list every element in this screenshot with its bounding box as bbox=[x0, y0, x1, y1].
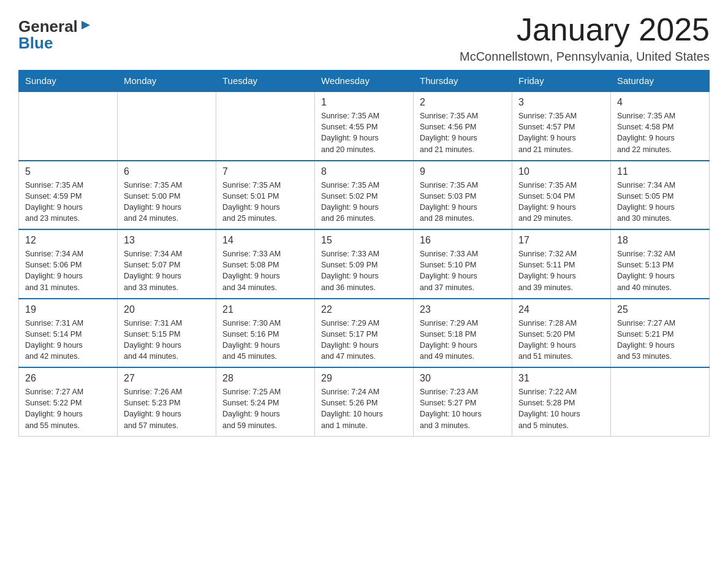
day-number: 12 bbox=[25, 235, 111, 246]
calendar-day-cell: 8Sunrise: 7:35 AM Sunset: 5:02 PM Daylig… bbox=[315, 161, 414, 230]
day-number: 7 bbox=[222, 166, 308, 177]
day-info: Sunrise: 7:35 AM Sunset: 4:58 PM Dayligh… bbox=[617, 110, 703, 155]
calendar-day-cell: 11Sunrise: 7:34 AM Sunset: 5:05 PM Dayli… bbox=[611, 161, 710, 230]
weekday-header-wednesday: Wednesday bbox=[315, 71, 414, 92]
day-info: Sunrise: 7:35 AM Sunset: 4:57 PM Dayligh… bbox=[518, 110, 604, 155]
calendar-empty-cell bbox=[118, 91, 216, 161]
day-number: 22 bbox=[321, 304, 407, 315]
calendar-day-cell: 23Sunrise: 7:29 AM Sunset: 5:18 PM Dayli… bbox=[414, 299, 512, 368]
day-number: 1 bbox=[321, 97, 407, 108]
day-info: Sunrise: 7:31 AM Sunset: 5:14 PM Dayligh… bbox=[25, 318, 111, 362]
day-number: 9 bbox=[420, 166, 506, 177]
logo: General Blue bbox=[18, 12, 93, 52]
calendar-table: SundayMondayTuesdayWednesdayThursdayFrid… bbox=[18, 70, 710, 437]
location-title: McConnellstown, Pennsylvania, United Sta… bbox=[460, 50, 710, 64]
day-info: Sunrise: 7:32 AM Sunset: 5:13 PM Dayligh… bbox=[617, 248, 703, 293]
calendar-day-cell: 10Sunrise: 7:35 AM Sunset: 5:04 PM Dayli… bbox=[512, 161, 611, 230]
calendar-day-cell: 26Sunrise: 7:27 AM Sunset: 5:22 PM Dayli… bbox=[19, 367, 118, 436]
day-info: Sunrise: 7:35 AM Sunset: 5:00 PM Dayligh… bbox=[124, 180, 210, 224]
calendar-day-cell: 1Sunrise: 7:35 AM Sunset: 4:55 PM Daylig… bbox=[315, 91, 414, 161]
day-info: Sunrise: 7:26 AM Sunset: 5:23 PM Dayligh… bbox=[124, 386, 210, 431]
weekday-header-tuesday: Tuesday bbox=[216, 71, 315, 92]
logo-text-general: General bbox=[18, 18, 78, 34]
day-number: 20 bbox=[124, 304, 210, 315]
calendar-day-cell: 30Sunrise: 7:23 AM Sunset: 5:27 PM Dayli… bbox=[414, 367, 512, 436]
day-number: 5 bbox=[25, 166, 111, 177]
calendar-empty-cell bbox=[19, 91, 118, 161]
day-number: 31 bbox=[518, 373, 604, 384]
day-info: Sunrise: 7:23 AM Sunset: 5:27 PM Dayligh… bbox=[420, 386, 506, 431]
calendar-day-cell: 31Sunrise: 7:22 AM Sunset: 5:28 PM Dayli… bbox=[512, 367, 611, 436]
month-title: January 2025 bbox=[460, 12, 710, 47]
day-number: 18 bbox=[617, 235, 703, 246]
day-info: Sunrise: 7:34 AM Sunset: 5:07 PM Dayligh… bbox=[124, 248, 210, 293]
day-info: Sunrise: 7:33 AM Sunset: 5:08 PM Dayligh… bbox=[222, 248, 308, 293]
calendar-day-cell: 29Sunrise: 7:24 AM Sunset: 5:26 PM Dayli… bbox=[315, 367, 414, 436]
weekday-header-friday: Friday bbox=[512, 71, 611, 92]
calendar-day-cell: 4Sunrise: 7:35 AM Sunset: 4:58 PM Daylig… bbox=[611, 91, 710, 161]
svg-marker-0 bbox=[82, 21, 90, 29]
weekday-header-saturday: Saturday bbox=[611, 71, 710, 92]
day-info: Sunrise: 7:30 AM Sunset: 5:16 PM Dayligh… bbox=[222, 318, 308, 362]
day-info: Sunrise: 7:27 AM Sunset: 5:22 PM Dayligh… bbox=[25, 386, 111, 431]
day-number: 11 bbox=[617, 166, 703, 177]
day-number: 15 bbox=[321, 235, 407, 246]
calendar-day-cell: 22Sunrise: 7:29 AM Sunset: 5:17 PM Dayli… bbox=[315, 299, 414, 368]
day-info: Sunrise: 7:33 AM Sunset: 5:09 PM Dayligh… bbox=[321, 248, 407, 293]
day-info: Sunrise: 7:35 AM Sunset: 5:04 PM Dayligh… bbox=[518, 180, 604, 224]
day-number: 4 bbox=[617, 97, 703, 108]
day-info: Sunrise: 7:34 AM Sunset: 5:05 PM Dayligh… bbox=[617, 180, 703, 224]
calendar-day-cell: 19Sunrise: 7:31 AM Sunset: 5:14 PM Dayli… bbox=[19, 299, 118, 368]
day-number: 21 bbox=[222, 304, 308, 315]
day-info: Sunrise: 7:29 AM Sunset: 5:18 PM Dayligh… bbox=[420, 318, 506, 362]
day-number: 27 bbox=[124, 373, 210, 384]
day-number: 19 bbox=[25, 304, 111, 315]
day-info: Sunrise: 7:25 AM Sunset: 5:24 PM Dayligh… bbox=[222, 386, 308, 431]
day-number: 17 bbox=[518, 235, 604, 246]
calendar-day-cell: 18Sunrise: 7:32 AM Sunset: 5:13 PM Dayli… bbox=[611, 229, 710, 299]
day-number: 25 bbox=[617, 304, 703, 315]
day-number: 28 bbox=[222, 373, 308, 384]
day-number: 16 bbox=[420, 235, 506, 246]
calendar-day-cell: 12Sunrise: 7:34 AM Sunset: 5:06 PM Dayli… bbox=[19, 229, 118, 299]
calendar-day-cell: 25Sunrise: 7:27 AM Sunset: 5:21 PM Dayli… bbox=[611, 299, 710, 368]
day-info: Sunrise: 7:27 AM Sunset: 5:21 PM Dayligh… bbox=[617, 318, 703, 362]
day-number: 6 bbox=[124, 166, 210, 177]
calendar-empty-cell bbox=[216, 91, 315, 161]
day-number: 8 bbox=[321, 166, 407, 177]
calendar-day-cell: 16Sunrise: 7:33 AM Sunset: 5:10 PM Dayli… bbox=[414, 229, 512, 299]
day-info: Sunrise: 7:35 AM Sunset: 4:59 PM Dayligh… bbox=[25, 180, 111, 224]
calendar-day-cell: 24Sunrise: 7:28 AM Sunset: 5:20 PM Dayli… bbox=[512, 299, 611, 368]
calendar-day-cell: 6Sunrise: 7:35 AM Sunset: 5:00 PM Daylig… bbox=[118, 161, 216, 230]
day-number: 23 bbox=[420, 304, 506, 315]
day-info: Sunrise: 7:35 AM Sunset: 4:56 PM Dayligh… bbox=[420, 110, 506, 155]
logo-text-blue: Blue bbox=[18, 34, 53, 52]
calendar-week-row: 12Sunrise: 7:34 AM Sunset: 5:06 PM Dayli… bbox=[19, 229, 710, 299]
day-info: Sunrise: 7:35 AM Sunset: 5:03 PM Dayligh… bbox=[420, 180, 506, 224]
weekday-header-monday: Monday bbox=[118, 71, 216, 92]
calendar-week-row: 5Sunrise: 7:35 AM Sunset: 4:59 PM Daylig… bbox=[19, 161, 710, 230]
calendar-day-cell: 13Sunrise: 7:34 AM Sunset: 5:07 PM Dayli… bbox=[118, 229, 216, 299]
calendar-week-row: 26Sunrise: 7:27 AM Sunset: 5:22 PM Dayli… bbox=[19, 367, 710, 436]
calendar-day-cell: 14Sunrise: 7:33 AM Sunset: 5:08 PM Dayli… bbox=[216, 229, 315, 299]
weekday-header-sunday: Sunday bbox=[19, 71, 118, 92]
calendar-day-cell: 21Sunrise: 7:30 AM Sunset: 5:16 PM Dayli… bbox=[216, 299, 315, 368]
day-info: Sunrise: 7:24 AM Sunset: 5:26 PM Dayligh… bbox=[321, 386, 407, 431]
calendar-day-cell: 7Sunrise: 7:35 AM Sunset: 5:01 PM Daylig… bbox=[216, 161, 315, 230]
day-info: Sunrise: 7:28 AM Sunset: 5:20 PM Dayligh… bbox=[518, 318, 604, 362]
day-number: 3 bbox=[518, 97, 604, 108]
title-block: January 2025 McConnellstown, Pennsylvani… bbox=[460, 12, 710, 64]
calendar-empty-cell bbox=[611, 367, 710, 436]
calendar-day-cell: 27Sunrise: 7:26 AM Sunset: 5:23 PM Dayli… bbox=[118, 367, 216, 436]
day-info: Sunrise: 7:35 AM Sunset: 5:02 PM Dayligh… bbox=[321, 180, 407, 224]
day-number: 26 bbox=[25, 373, 111, 384]
day-number: 14 bbox=[222, 235, 308, 246]
calendar-week-row: 19Sunrise: 7:31 AM Sunset: 5:14 PM Dayli… bbox=[19, 299, 710, 368]
calendar-day-cell: 3Sunrise: 7:35 AM Sunset: 4:57 PM Daylig… bbox=[512, 91, 611, 161]
day-info: Sunrise: 7:32 AM Sunset: 5:11 PM Dayligh… bbox=[518, 248, 604, 293]
day-number: 30 bbox=[420, 373, 506, 384]
logo-arrow-icon bbox=[79, 18, 93, 32]
calendar-day-cell: 15Sunrise: 7:33 AM Sunset: 5:09 PM Dayli… bbox=[315, 229, 414, 299]
day-info: Sunrise: 7:22 AM Sunset: 5:28 PM Dayligh… bbox=[518, 386, 604, 431]
day-number: 2 bbox=[420, 97, 506, 108]
